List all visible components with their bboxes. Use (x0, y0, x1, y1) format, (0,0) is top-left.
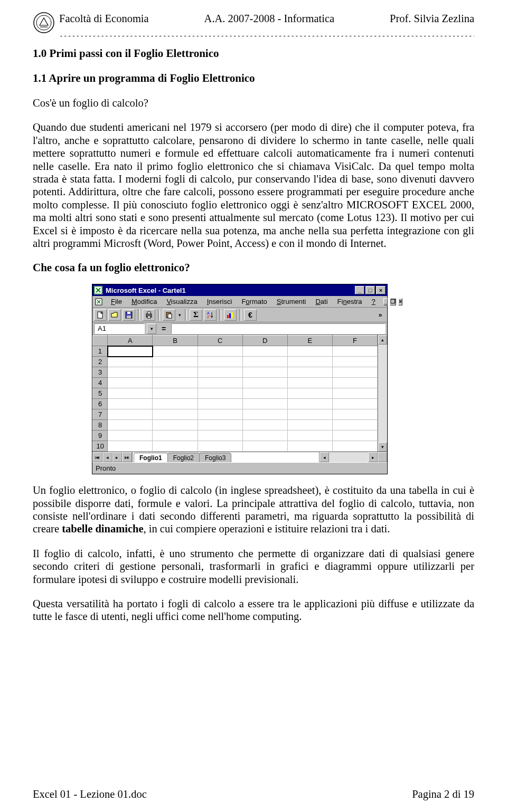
cell[interactable] (287, 357, 332, 367)
menu-strumenti[interactable]: Strumenti (273, 297, 310, 307)
cell[interactable] (242, 388, 287, 399)
cell[interactable] (198, 367, 242, 378)
cell-a1[interactable] (108, 346, 153, 357)
cell[interactable] (198, 431, 242, 441)
cell[interactable] (198, 357, 242, 367)
close-button[interactable]: × (376, 286, 386, 294)
cell[interactable] (198, 378, 242, 388)
cell[interactable] (287, 388, 332, 399)
cell[interactable] (242, 399, 287, 409)
cell[interactable] (332, 441, 377, 452)
menu-visualizza[interactable]: Visualizza (163, 297, 201, 307)
minimize-button[interactable]: _ (355, 286, 364, 294)
row-header[interactable]: 8 (93, 420, 108, 431)
cell[interactable] (287, 367, 332, 378)
chart-wizard-icon[interactable] (224, 309, 237, 321)
cell[interactable] (242, 409, 287, 420)
col-header-c[interactable]: C (198, 336, 242, 346)
cell[interactable] (332, 346, 377, 357)
row-header[interactable]: 9 (93, 431, 108, 441)
name-box[interactable]: A1 (94, 323, 145, 334)
cell[interactable] (332, 409, 377, 420)
sheet-last-icon[interactable]: ⏭ (122, 452, 132, 462)
cell[interactable] (153, 367, 198, 378)
scroll-right-icon[interactable]: ▸ (368, 452, 378, 462)
vertical-scrollbar[interactable]: ▴ ▾ (378, 335, 387, 452)
row-header[interactable]: 6 (93, 399, 108, 409)
cell[interactable] (153, 357, 198, 367)
row-header[interactable]: 5 (93, 388, 108, 399)
doc-close-button[interactable]: × (398, 298, 402, 305)
horizontal-scrollbar[interactable]: ◂ ▸ (320, 452, 378, 462)
menu-finestra[interactable]: Finestra (334, 297, 366, 307)
cell[interactable] (287, 399, 332, 409)
maximize-button[interactable]: □ (365, 286, 375, 294)
menu-inserisci[interactable]: Inserisci (203, 297, 236, 307)
open-file-icon[interactable] (108, 309, 121, 321)
new-file-icon[interactable] (94, 309, 107, 321)
row-header[interactable]: 1 (93, 346, 108, 357)
cell[interactable] (242, 378, 287, 388)
cell[interactable] (242, 357, 287, 367)
sort-icon[interactable]: AZ (204, 309, 217, 321)
cell[interactable] (153, 346, 198, 357)
save-icon[interactable] (123, 309, 135, 321)
cell[interactable] (198, 420, 242, 431)
cell[interactable] (287, 346, 332, 357)
cell[interactable] (287, 431, 332, 441)
cell[interactable] (287, 420, 332, 431)
sheet-tab-foglio1[interactable]: Foglio1 (134, 453, 168, 462)
col-header-d[interactable]: D (242, 336, 287, 346)
cell[interactable] (332, 378, 377, 388)
paste-dropdown-icon[interactable]: ▾ (177, 309, 182, 321)
cell[interactable] (242, 441, 287, 452)
cell[interactable] (198, 388, 242, 399)
paste-icon[interactable] (163, 309, 175, 321)
menu-dati[interactable]: Dati (312, 297, 331, 307)
autosum-icon[interactable]: Σ (190, 309, 202, 321)
scroll-left-icon[interactable]: ◂ (320, 452, 329, 462)
cell[interactable] (153, 431, 198, 441)
cell[interactable] (153, 388, 198, 399)
cell[interactable] (108, 367, 153, 378)
row-header[interactable]: 3 (93, 367, 108, 378)
cell[interactable] (108, 378, 153, 388)
menu-help[interactable]: ? (368, 297, 379, 307)
cell[interactable] (153, 399, 198, 409)
menu-formato[interactable]: Formato (238, 297, 270, 307)
cell[interactable] (287, 378, 332, 388)
select-all-corner[interactable] (93, 336, 108, 346)
doc-minimize-button[interactable]: _ (383, 298, 388, 305)
toolbar-overflow-icon[interactable]: » (375, 309, 386, 321)
cell[interactable] (332, 420, 377, 431)
cell[interactable] (108, 399, 153, 409)
menu-file[interactable]: File (107, 297, 126, 307)
doc-restore-button[interactable]: ❐ (390, 298, 396, 305)
cell[interactable] (287, 409, 332, 420)
row-header[interactable]: 2 (93, 357, 108, 367)
cell[interactable] (198, 409, 242, 420)
cell[interactable] (153, 409, 198, 420)
menu-modifica[interactable]: Modifica (128, 297, 161, 307)
col-header-f[interactable]: F (332, 336, 377, 346)
cell[interactable] (242, 431, 287, 441)
cell[interactable] (242, 346, 287, 357)
row-header[interactable]: 10 (93, 441, 108, 452)
scroll-up-icon[interactable]: ▴ (378, 335, 387, 345)
cell[interactable] (108, 409, 153, 420)
sheet-next-icon[interactable]: ▸ (112, 452, 123, 462)
cell[interactable] (332, 399, 377, 409)
print-icon[interactable] (143, 309, 155, 321)
cell[interactable] (108, 431, 153, 441)
cell[interactable] (242, 367, 287, 378)
name-box-dropdown-icon[interactable]: ▾ (147, 323, 156, 334)
cell[interactable] (108, 357, 153, 367)
col-header-e[interactable]: E (287, 336, 332, 346)
col-header-a[interactable]: A (108, 336, 153, 346)
cell[interactable] (332, 388, 377, 399)
sheet-tab-foglio3[interactable]: Foglio3 (199, 453, 231, 462)
cell[interactable] (108, 388, 153, 399)
euro-icon[interactable]: € (244, 309, 257, 321)
sheet-first-icon[interactable]: ⏮ (92, 452, 102, 462)
cell[interactable] (332, 357, 377, 367)
